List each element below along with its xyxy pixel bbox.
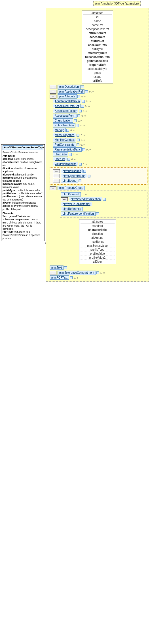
ann3d-elements-label: Elements: <box>3 212 43 215</box>
reference-row: plm:Reference <box>61 207 146 211</box>
bottom-attr-profilevalue: profileValue <box>81 252 115 256</box>
tolerancecompartment-row: — plm:ToleranceCompartment 1..∞ <box>50 271 147 275</box>
safetyclassification-row: — plm:SafetyClassification <box>61 197 146 201</box>
attribute-connector: — <box>50 95 56 99</box>
ann3d-elem-text: Text: general Text element <box>3 215 43 218</box>
bottom-attr-maxbonus: maxBonus <box>81 240 115 244</box>
ann3d-attr-direction: direction: direction of tolerance applic… <box>3 167 43 173</box>
propertygroup-children: plm:Keyword 0..∞ — plm:SafetyClassificat… <box>60 191 147 218</box>
userlist-label: UserList <box>53 157 67 161</box>
markup-label: Markup <box>53 128 66 132</box>
associatedform-row: AssociatedForm 0..∞ <box>53 114 147 118</box>
diagram-container: plm:Annotation3DType (extension) Ann3DFe… <box>0 0 150 283</box>
boxbound-row: — plm:BoxBound <box>53 169 146 173</box>
safetyclassification-connector: — <box>61 197 68 201</box>
extension-banner: plm:Annotation3DType (extension) <box>93 1 141 6</box>
associatedform-label: AssociatedForm <box>53 114 77 118</box>
safetyclassification-small-box <box>103 198 106 201</box>
userdata-mult: 0..∞ <box>73 153 77 156</box>
monikercontext-label: MonikerContext <box>53 138 76 142</box>
applicationref-row: — plm:ApplicationRef 0..∞ <box>50 89 147 94</box>
ann3d-attr-profiletype: profileType: profile tolerance value <box>3 189 43 192</box>
fcftext-label: plm:FCFText <box>50 275 69 280</box>
ann3d-attr-allover: allOver: indicates the tolerance applies… <box>3 201 43 211</box>
applicationref-small-box <box>85 90 88 93</box>
validationresults-row: ValidationResults 0..∞ <box>53 162 147 166</box>
monikercontext-row: MonikerContext 0..∞ <box>53 138 147 142</box>
markup-small-box <box>66 129 69 132</box>
entityuserdata-label: EntityUserData <box>53 123 75 127</box>
annotation3dgroup-label: Annotation3DGroup <box>53 99 81 103</box>
bound-connector: — <box>53 179 60 183</box>
reference-label: plm:Reference <box>61 207 83 211</box>
ann3d-attr-maxbonus: maxBonus: true if a max bonus tolerance … <box>3 176 43 183</box>
attr-subtype: subType <box>83 47 112 51</box>
associatedform-mult: 0..∞ <box>81 114 86 117</box>
attribute-small-box <box>77 95 80 98</box>
bottom-attr-allover: allOver <box>81 260 115 264</box>
classification-mult: 0..∞ <box>78 119 82 122</box>
propertygroup-label: plm:PropertyGroup <box>58 186 85 190</box>
attr-releasestatusrefs: releaseStatusRefs <box>83 55 112 59</box>
attr-checkoutrefs: checkoutRefs <box>83 43 112 47</box>
entityuserdata-mult: 0..∞ <box>80 124 84 127</box>
attr-descriptiontextref: descriptionTextRef <box>83 27 112 31</box>
userdata-row: UserData 0..∞ <box>53 152 147 156</box>
representationdata-row: RepresentationData 0..∞ <box>53 147 147 152</box>
ann3d-attrs-label: Attributes: <box>3 154 43 158</box>
keyword-label: plm:Keyword <box>61 192 81 196</box>
massproperties-row: MassProperties 0..∞ <box>53 133 147 137</box>
keyword-row: plm:Keyword 0..∞ <box>61 192 146 196</box>
entityuserdata-small-box <box>76 124 79 127</box>
userdata-small-box <box>69 153 72 156</box>
entityuserdata-row: EntityUserData 0..∞ <box>53 123 147 127</box>
bottom-attr-characteristic: characteristic <box>81 228 115 232</box>
massproperties-mult: 0..∞ <box>81 134 85 137</box>
partconstraints-label: PartConstraints <box>53 143 76 147</box>
applicationref-label: plm:ApplicationRef <box>58 89 84 94</box>
attr-usage: usage <box>83 75 112 79</box>
main-content-box: attributes id name nameRef descriptionTe… <box>46 8 149 282</box>
bottom-attributes-section: attributes standard characteristic direc… <box>47 219 147 264</box>
attr-accountabilityid: accountabilityId <box>83 67 112 71</box>
monikercontext-mult: 0..∞ <box>81 139 85 141</box>
fcftext-small-box <box>70 276 73 279</box>
applicationref-mult: 0..∞ <box>89 90 94 93</box>
userlist-row: UserList 0..∞ <box>53 157 147 161</box>
ann3d-attr-allaround: allAround: all around symbol <box>3 173 43 176</box>
associateddataset-row: AssociatedDataSet 0..∞ <box>53 104 147 108</box>
tolerancecompartment-small-box <box>96 271 99 274</box>
bottom-attr-allaround: allAround <box>81 236 115 240</box>
markup-mult: 0..∞ <box>70 129 75 132</box>
description-label: plm:Description <box>58 85 81 89</box>
attr-effectivityrefs: effectivityRefs <box>83 51 112 55</box>
associatedfolder-row: AssociatedFolder 0..∞ <box>53 109 147 113</box>
attr-nameref: nameRef <box>83 23 112 27</box>
attr-group: group <box>83 71 112 75</box>
bottom-attr-profilevalue2: profileValue2 <box>81 256 115 260</box>
bottom-attrs-box: attributes standard characteristic direc… <box>79 219 116 264</box>
annotation3dgroup-small-box <box>82 100 85 103</box>
ann3d-title: Ann3DFeatureControlFrameType <box>3 145 43 150</box>
safetyclassification-label: plm:SafetyClassification <box>69 197 102 201</box>
keyword-mult: 0..∞ <box>82 193 86 196</box>
featureidentification-small-box <box>96 212 99 215</box>
associatedform-small-box <box>77 114 80 117</box>
classification-small-box <box>74 119 77 122</box>
annotation3dgroup-mult: 0..∞ <box>86 100 90 103</box>
bound-row: — plm:Bound <box>53 179 146 183</box>
ann3d-attr-profilevalue: profileValue: profile tolerance value2 <box>3 192 43 195</box>
attr-propertyrefs: propertyRefs <box>83 63 112 67</box>
plmtext-small-box <box>64 266 67 269</box>
attr-accessrefs: accessRefs <box>83 35 112 39</box>
bound-label: plm:Bound <box>61 179 78 183</box>
validationresults-mult: 0..∞ <box>83 163 87 166</box>
partconstraints-mult: 0..∞ <box>81 143 85 146</box>
attribute-row: — plm:Attribute 0..∞ <box>50 94 147 99</box>
representationdata-mult: 0..∞ <box>86 148 91 151</box>
attr-id: id <box>83 15 112 19</box>
markup-row: Markup 0..∞ <box>53 128 147 132</box>
boxbound-connector: — <box>53 169 60 173</box>
attr-gdinstancerefs: gdInstanceRefs <box>83 59 112 63</box>
userdata-label: UserData <box>53 152 68 156</box>
